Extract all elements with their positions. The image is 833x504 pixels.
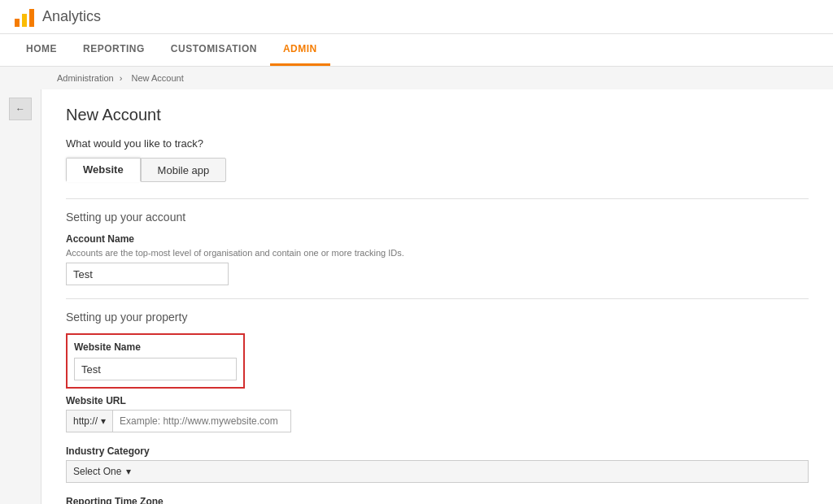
page-title: New Account xyxy=(66,106,809,124)
track-question: What would you like to track? xyxy=(66,137,809,150)
nav-home[interactable]: HOME xyxy=(13,34,70,66)
breadcrumb-parent[interactable]: Administration xyxy=(57,73,114,83)
url-group: http:// ▾ xyxy=(66,410,809,432)
logo: Analytics xyxy=(13,6,101,28)
website-url-field-group: Website URL http:// ▾ xyxy=(66,395,809,432)
account-name-desc: Accounts are the top-most level of organ… xyxy=(66,248,809,258)
url-protocol-value: http:// xyxy=(73,415,98,427)
svg-rect-2 xyxy=(29,9,34,27)
nav-customisation[interactable]: CUSTOMISATION xyxy=(158,34,270,66)
url-protocol-dropdown[interactable]: http:// ▾ xyxy=(66,410,112,432)
breadcrumb-current: New Account xyxy=(132,73,184,83)
timezone-label: Reporting Time Zone xyxy=(66,496,809,504)
header: Analytics xyxy=(0,0,833,34)
breadcrumb-separator: › xyxy=(120,73,123,83)
svg-rect-1 xyxy=(22,14,27,27)
property-section-heading: Setting up your property xyxy=(66,311,809,324)
app-title: Analytics xyxy=(42,8,101,25)
industry-field-group: Industry Category Select One ▾ xyxy=(66,445,809,483)
website-name-input[interactable] xyxy=(74,358,237,380)
divider-account xyxy=(66,198,809,199)
timezone-field-group: Reporting Time Zone United Kingdom ▾ (GM… xyxy=(66,496,809,504)
track-website-button[interactable]: Website xyxy=(66,158,141,182)
nav-reporting[interactable]: REPORTING xyxy=(70,34,158,66)
website-name-highlight: Website Name xyxy=(66,333,245,389)
industry-select[interactable]: Select One ▾ xyxy=(66,460,809,483)
nav-admin[interactable]: ADMIN xyxy=(270,34,330,66)
analytics-logo-icon xyxy=(13,6,36,28)
track-options: Website Mobile app xyxy=(66,158,809,182)
industry-label: Industry Category xyxy=(66,445,809,457)
industry-value: Select One xyxy=(73,466,121,477)
account-name-label: Account Name xyxy=(66,233,809,245)
sidebar-toggle-button[interactable]: ← xyxy=(9,98,32,120)
breadcrumb: Administration › New Account xyxy=(0,67,833,89)
account-name-input[interactable] xyxy=(66,263,229,285)
url-input[interactable] xyxy=(112,410,291,432)
back-arrow-icon: ← xyxy=(15,103,25,115)
account-section-heading: Setting up your account xyxy=(66,211,809,224)
main-content: New Account What would you like to track… xyxy=(41,89,833,504)
website-url-label: Website URL xyxy=(66,395,809,406)
website-name-label: Website Name xyxy=(74,341,237,353)
industry-dropdown-arrow-icon: ▾ xyxy=(126,466,131,477)
url-protocol-arrow-icon: ▾ xyxy=(101,415,106,427)
track-mobileapp-button[interactable]: Mobile app xyxy=(141,158,227,182)
sidebar: ← xyxy=(0,89,41,504)
divider-property xyxy=(66,298,809,299)
account-name-field-group: Account Name Accounts are the top-most l… xyxy=(66,233,809,285)
svg-rect-0 xyxy=(15,19,20,27)
main-nav: HOME REPORTING CUSTOMISATION ADMIN xyxy=(0,34,833,67)
content-area: ← New Account What would you like to tra… xyxy=(0,89,833,504)
